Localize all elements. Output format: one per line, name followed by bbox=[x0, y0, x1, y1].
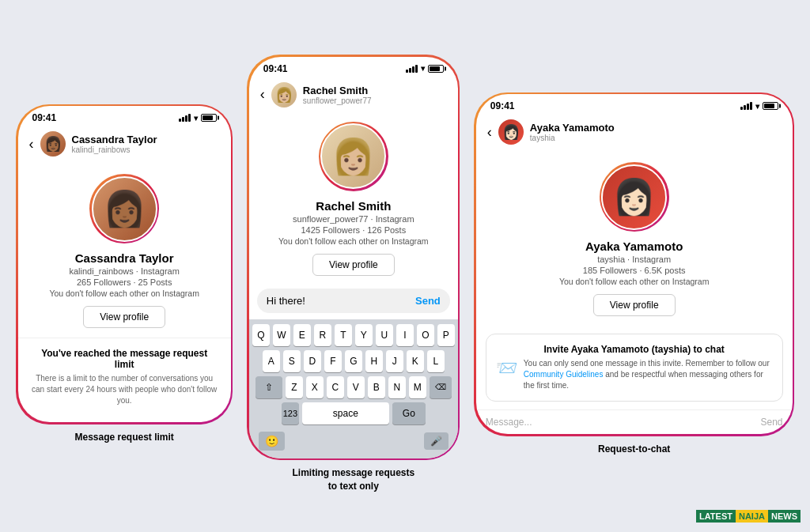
nav-name-1: Cassandra Taylor bbox=[72, 134, 157, 145]
message-placeholder-3[interactable]: Message... bbox=[486, 417, 755, 428]
key-z[interactable]: Z bbox=[286, 376, 303, 398]
key-l[interactable]: L bbox=[427, 350, 445, 372]
community-guidelines-link[interactable]: Community Guidelines bbox=[524, 370, 604, 379]
key-i[interactable]: I bbox=[396, 324, 414, 346]
send-button-2[interactable]: Send bbox=[415, 295, 441, 307]
message-limit-title: You've reached the message request limit bbox=[31, 348, 218, 370]
status-bar-2: 09:41 ▾ bbox=[249, 57, 458, 77]
nav-bar-3: ‹ 👩🏻 Ayaka Yamamoto tayshia bbox=[476, 115, 793, 149]
profile-avatar-container-1: 👩🏾 bbox=[89, 174, 159, 243]
invite-body: 📨 You can only send one message in this … bbox=[496, 358, 773, 391]
caption-3: Request-to-chat bbox=[598, 443, 670, 456]
profile-card-1: 👩🏾 Cassandra Taylor kalindi_rainbows · I… bbox=[18, 161, 231, 338]
wifi-icon-2: ▾ bbox=[421, 64, 425, 73]
key-g[interactable]: G bbox=[345, 350, 362, 372]
key-v[interactable]: V bbox=[347, 376, 365, 398]
key-a[interactable]: A bbox=[263, 350, 280, 372]
key-f[interactable]: F bbox=[324, 350, 342, 372]
profile-avatar-1: 👩🏾 bbox=[92, 176, 157, 242]
profile-card-2: 👩🏼 Rachel Smith sunflower_power77 · Inst… bbox=[249, 112, 458, 282]
emoji-key[interactable]: 🙂 bbox=[259, 432, 285, 451]
wifi-icon-3: ▾ bbox=[755, 102, 759, 111]
key-k[interactable]: K bbox=[407, 350, 424, 372]
signal-icon-2 bbox=[406, 65, 418, 73]
phone-wrapper-3: 09:41 ▾ ‹ bbox=[474, 92, 794, 456]
keyboard-2: Q W E R T Y U I O P A S D bbox=[249, 319, 458, 458]
key-123[interactable]: 123 bbox=[282, 402, 299, 424]
profile-stats-2: 1425 Followers · 126 Posts bbox=[301, 225, 406, 235]
profile-avatar-container-2: 👩🏼 bbox=[319, 122, 388, 191]
profile-card-3: 👩🏻 Ayaka Yamamoto tayshia · Instagram 18… bbox=[476, 149, 793, 326]
profile-avatar-2: 👩🏼 bbox=[320, 123, 386, 189]
key-d[interactable]: D bbox=[304, 350, 321, 372]
watermark: LATEST NAIJA NEWS bbox=[696, 510, 801, 523]
status-time-3: 09:41 bbox=[490, 100, 515, 111]
nav-avatar-1: 👩🏾 bbox=[40, 131, 66, 157]
status-bar-1: 09:41 ▾ bbox=[18, 106, 231, 126]
back-button-1[interactable]: ‹ bbox=[29, 136, 34, 153]
key-w[interactable]: W bbox=[273, 324, 290, 346]
key-x[interactable]: X bbox=[306, 376, 324, 398]
profile-name-3: Ayaka Yamamoto bbox=[585, 240, 683, 253]
keyboard-row-1: Q W E R T Y U I O P bbox=[252, 324, 455, 346]
key-n[interactable]: N bbox=[388, 376, 406, 398]
key-delete[interactable]: ⌫ bbox=[430, 376, 452, 398]
profile-follow-status-1: You don't follow each other on Instagram bbox=[49, 289, 199, 298]
profile-name-1: Cassandra Taylor bbox=[75, 251, 174, 265]
keyboard-bottom: 🙂 🎤 bbox=[252, 428, 455, 454]
status-time-2: 09:41 bbox=[263, 63, 288, 74]
nav-username-1: kalindi_rainbows bbox=[72, 145, 157, 154]
key-h[interactable]: H bbox=[365, 350, 383, 372]
invite-title: Invite Ayaka Yamamoto (tayshia) to chat bbox=[496, 344, 773, 355]
watermark-latest: LATEST bbox=[696, 510, 736, 523]
key-y[interactable]: Y bbox=[355, 324, 373, 346]
phone-inner-1: 09:41 ▾ ‹ bbox=[18, 106, 231, 422]
profile-avatar-container-3: 👩🏻 bbox=[600, 162, 669, 232]
key-m[interactable]: M bbox=[409, 376, 426, 398]
message-limit-footer: You've reached the message request limit… bbox=[18, 338, 231, 422]
phone-frame-2: 09:41 ▾ ‹ bbox=[247, 55, 460, 460]
key-go[interactable]: Go bbox=[392, 402, 426, 424]
key-e[interactable]: E bbox=[293, 324, 311, 346]
profile-stats-1: 265 Followers · 25 Posts bbox=[77, 277, 172, 287]
profile-follow-status-3: You don't follow each other on Instagram bbox=[559, 277, 710, 286]
phone-wrapper-2: 09:41 ▾ ‹ bbox=[247, 55, 460, 493]
key-b[interactable]: B bbox=[368, 376, 385, 398]
key-o[interactable]: O bbox=[417, 324, 434, 346]
key-u[interactable]: U bbox=[376, 324, 393, 346]
phone-frame-3: 09:41 ▾ ‹ bbox=[474, 92, 794, 436]
nav-bar-1: ‹ 👩🏾 Cassandra Taylor kalindi_rainbows bbox=[18, 126, 231, 161]
key-r[interactable]: R bbox=[314, 324, 331, 346]
back-button-3[interactable]: ‹ bbox=[487, 124, 492, 141]
key-c[interactable]: C bbox=[327, 376, 344, 398]
phone-inner-2: 09:41 ▾ ‹ bbox=[249, 57, 458, 458]
back-button-2[interactable]: ‹ bbox=[260, 86, 265, 103]
key-q[interactable]: Q bbox=[252, 324, 270, 346]
view-profile-btn-3[interactable]: View profile bbox=[593, 294, 676, 316]
key-t[interactable]: T bbox=[335, 324, 352, 346]
view-profile-btn-1[interactable]: View profile bbox=[83, 306, 165, 328]
nav-info-3: Ayaka Yamamoto tayshia bbox=[530, 122, 615, 142]
key-p[interactable]: P bbox=[437, 324, 455, 346]
message-input-bar-2[interactable]: Hi there! Send bbox=[257, 289, 450, 313]
nav-info-1: Cassandra Taylor kalindi_rainbows bbox=[72, 134, 157, 154]
caption-2: Limiting message requeststo text only bbox=[292, 466, 414, 493]
key-shift[interactable]: ⇧ bbox=[255, 376, 282, 398]
key-space[interactable]: space bbox=[302, 402, 389, 424]
nav-name-3: Ayaka Yamamoto bbox=[530, 122, 615, 134]
watermark-naija: NAIJA bbox=[736, 510, 768, 523]
keyboard-row-4: 123 space Go bbox=[252, 402, 455, 424]
key-j[interactable]: J bbox=[386, 350, 403, 372]
status-bar-3: 09:41 ▾ bbox=[476, 94, 793, 115]
phone-inner-3: 09:41 ▾ ‹ bbox=[476, 94, 793, 434]
nav-username-3: tayshia bbox=[530, 134, 615, 142]
status-icons-2: ▾ bbox=[406, 64, 444, 73]
profile-avatar-3: 👩🏻 bbox=[601, 164, 667, 230]
key-s[interactable]: S bbox=[283, 350, 301, 372]
message-footer-3: Message... Send bbox=[476, 409, 793, 434]
signal-icon-3 bbox=[740, 102, 752, 110]
view-profile-btn-2[interactable]: View profile bbox=[312, 254, 395, 276]
mic-key[interactable]: 🎤 bbox=[424, 432, 449, 450]
profile-handle-2: sunflower_power77 · Instagram bbox=[293, 214, 414, 224]
nav-info-2: Rachel Smith sunflower_power77 bbox=[303, 85, 372, 105]
